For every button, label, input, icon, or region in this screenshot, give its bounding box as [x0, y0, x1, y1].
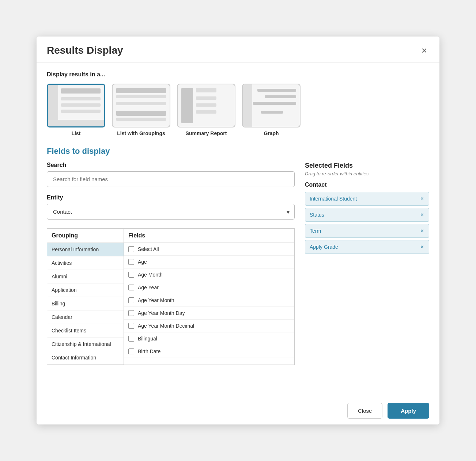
checkbox-birth-date[interactable]: [128, 348, 134, 354]
tag-remove-status[interactable]: ×: [420, 212, 424, 218]
fields-column-header: Fields: [124, 229, 294, 243]
field-item-age-year[interactable]: Age Year: [124, 281, 294, 294]
field-label-select-all: Select All: [138, 246, 159, 252]
selected-tag-international-student: International Student ×: [305, 192, 429, 206]
field-item-age-year-month[interactable]: Age Year Month: [124, 294, 294, 307]
grouping-item-alumni[interactable]: Alumni: [47, 270, 124, 283]
display-type-summary-label: Summary Report: [186, 130, 227, 136]
field-label-age-year: Age Year: [138, 285, 159, 290]
entity-label: Entity: [47, 194, 295, 201]
field-item-select-all[interactable]: Select All: [124, 243, 294, 256]
sum-row-2: [196, 96, 216, 100]
grouping-item-calendar[interactable]: Calendar: [47, 310, 124, 324]
tag-remove-international-student[interactable]: ×: [420, 196, 424, 202]
entity-select-wrap: Contact Application Alumni ▾: [47, 204, 295, 220]
selected-fields-hint: Drag to re-order within entities: [305, 171, 429, 176]
display-type-list[interactable]: List: [47, 84, 105, 136]
checkbox-age[interactable]: [128, 259, 134, 265]
display-type-summary-card[interactable]: [177, 84, 235, 127]
field-item-bilingual[interactable]: Bilingual: [124, 332, 294, 345]
tag-remove-term[interactable]: ×: [420, 228, 424, 234]
list-row-footer: [48, 120, 104, 126]
checkbox-age-year-month-day[interactable]: [128, 310, 134, 316]
list-row-line-1: [61, 97, 101, 100]
list-row-line-3: [61, 110, 101, 113]
field-item-birth-date[interactable]: Birth Date: [124, 345, 294, 358]
sum-row-4: [196, 110, 216, 114]
selected-tag-term: Term ×: [305, 224, 429, 238]
checkbox-age-year-month[interactable]: [128, 297, 134, 303]
field-item-age-year-month-decimal[interactable]: Age Year Month Decimal: [124, 320, 294, 332]
display-type-graph-card[interactable]: [242, 84, 301, 127]
display-type-summary[interactable]: Summary Report: [177, 84, 235, 136]
search-input[interactable]: [47, 171, 295, 187]
modal-header: Results Display ×: [37, 37, 439, 62]
tag-label-status: Status: [310, 212, 324, 218]
selected-tag-status: Status ×: [305, 208, 429, 222]
grp-sub-1: [116, 95, 166, 98]
grouping-item-billing[interactable]: Billing: [47, 297, 124, 310]
grouping-item-application[interactable]: Application: [47, 283, 124, 297]
results-display-modal: Results Display × Display results in a..…: [37, 37, 439, 424]
grp-header-2: [116, 111, 166, 116]
graph-line-3: [253, 102, 296, 105]
grouping-item-checklist[interactable]: Checklist Items: [47, 324, 124, 338]
grouping-item-citizenship[interactable]: Citizenship & International: [47, 338, 124, 351]
list-row-line-2: [61, 103, 101, 107]
grp-sub-3: [116, 118, 166, 121]
selected-fields-panel: Selected Fields Drag to re-order within …: [305, 162, 429, 365]
selected-tag-apply-grade: Apply Grade ×: [305, 240, 429, 254]
modal-footer: Close Apply: [37, 397, 439, 424]
field-label-age-year-month: Age Year Month: [138, 297, 174, 303]
display-type-groupings-label: List with Groupings: [117, 130, 165, 136]
display-types-row: List List with Groupings: [47, 84, 429, 136]
modal-title: Results Display: [47, 45, 123, 56]
field-item-age[interactable]: Age: [124, 256, 294, 268]
field-item-age-month[interactable]: Age Month: [124, 268, 294, 281]
selected-fields-title: Selected Fields: [305, 162, 429, 169]
grouping-item-activities[interactable]: Activities: [47, 256, 124, 270]
checkbox-bilingual[interactable]: [128, 336, 134, 342]
list-col-left: [48, 85, 58, 120]
display-type-list-label: List: [72, 130, 81, 136]
grouping-column: Grouping Personal Information Activities…: [47, 228, 124, 365]
close-button[interactable]: Close: [347, 403, 382, 419]
apply-button[interactable]: Apply: [388, 403, 429, 419]
search-label: Search: [47, 162, 295, 168]
graph-left-axis: [243, 84, 252, 127]
grouping-column-header: Grouping: [47, 229, 124, 243]
checkbox-age-month[interactable]: [128, 272, 134, 278]
display-type-graph-label: Graph: [264, 130, 279, 136]
graph-line-4: [261, 111, 283, 114]
field-label-age-year-month-day: Age Year Month Day: [138, 310, 185, 316]
display-type-groupings[interactable]: List with Groupings: [112, 84, 170, 136]
display-type-groupings-card[interactable]: [112, 84, 170, 127]
grp-header-1: [116, 88, 166, 93]
checkbox-age-year[interactable]: [128, 285, 134, 290]
modal-close-button[interactable]: ×: [419, 45, 429, 56]
grouping-item-personal-info[interactable]: Personal Information: [47, 243, 124, 256]
selected-entity-label: Contact: [305, 182, 429, 188]
sum-col: [181, 88, 193, 123]
fields-section-title: Fields to display: [47, 146, 429, 156]
grouping-item-contact-info[interactable]: Contact Information: [47, 351, 124, 365]
grouping-list: Personal Information Activities Alumni A…: [47, 243, 124, 365]
grouping-fields-area: Grouping Personal Information Activities…: [47, 228, 295, 365]
sum-row-3: [196, 103, 216, 107]
tag-remove-apply-grade[interactable]: ×: [420, 244, 424, 250]
checkbox-select-all[interactable]: [128, 246, 134, 252]
field-label-bilingual: Bilingual: [138, 336, 157, 342]
checkbox-age-year-month-decimal[interactable]: [128, 323, 134, 329]
display-type-list-card[interactable]: [47, 84, 105, 127]
graph-line-1: [257, 89, 296, 92]
graph-line-2: [265, 95, 296, 98]
display-type-graph[interactable]: Graph: [242, 84, 301, 136]
entity-select[interactable]: Contact Application Alumni: [47, 204, 295, 220]
field-item-age-year-month-day[interactable]: Age Year Month Day: [124, 307, 294, 320]
fields-left-content: Search Entity Contact Application Alumni…: [47, 162, 295, 365]
list-row-header: [61, 88, 101, 94]
field-label-birth-date: Birth Date: [138, 348, 160, 354]
modal-body: Display results in a... List: [37, 62, 439, 397]
grp-sub-2: [116, 102, 166, 105]
display-results-label: Display results in a...: [47, 71, 429, 78]
